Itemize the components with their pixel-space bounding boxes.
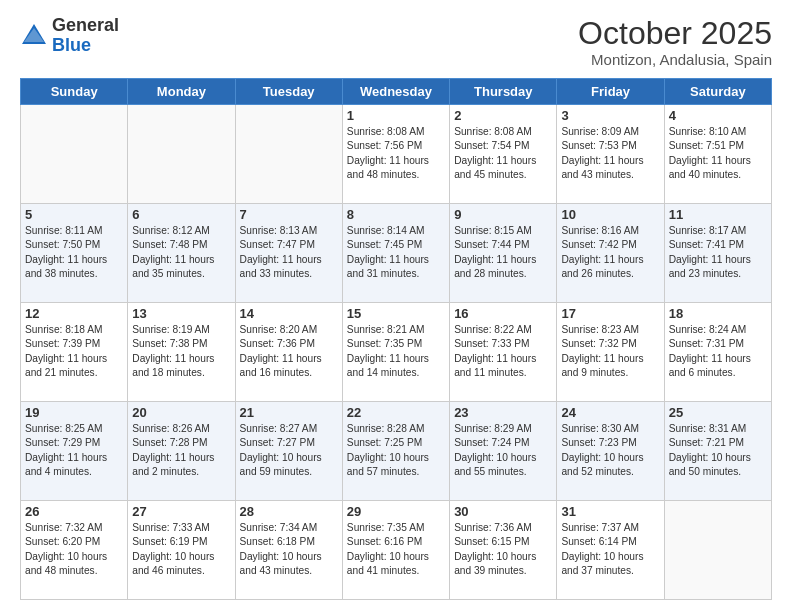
day-info: Sunrise: 8:15 AMSunset: 7:44 PMDaylight:… — [454, 224, 552, 281]
day-number: 2 — [454, 108, 552, 123]
day-info: Sunrise: 8:14 AMSunset: 7:45 PMDaylight:… — [347, 224, 445, 281]
calendar-day-10: 10Sunrise: 8:16 AMSunset: 7:42 PMDayligh… — [557, 204, 664, 303]
day-info: Sunrise: 8:24 AMSunset: 7:31 PMDaylight:… — [669, 323, 767, 380]
calendar-day-27: 27Sunrise: 7:33 AMSunset: 6:19 PMDayligh… — [128, 501, 235, 600]
day-number: 29 — [347, 504, 445, 519]
calendar-weekday-monday: Monday — [128, 79, 235, 105]
day-info: Sunrise: 8:08 AMSunset: 7:54 PMDaylight:… — [454, 125, 552, 182]
day-number: 28 — [240, 504, 338, 519]
calendar-empty-cell — [128, 105, 235, 204]
day-number: 31 — [561, 504, 659, 519]
calendar-day-21: 21Sunrise: 8:27 AMSunset: 7:27 PMDayligh… — [235, 402, 342, 501]
calendar-day-4: 4Sunrise: 8:10 AMSunset: 7:51 PMDaylight… — [664, 105, 771, 204]
day-info: Sunrise: 8:25 AMSunset: 7:29 PMDaylight:… — [25, 422, 123, 479]
calendar-day-19: 19Sunrise: 8:25 AMSunset: 7:29 PMDayligh… — [21, 402, 128, 501]
day-number: 14 — [240, 306, 338, 321]
calendar-day-29: 29Sunrise: 7:35 AMSunset: 6:16 PMDayligh… — [342, 501, 449, 600]
day-number: 4 — [669, 108, 767, 123]
day-info: Sunrise: 8:29 AMSunset: 7:24 PMDaylight:… — [454, 422, 552, 479]
day-info: Sunrise: 8:18 AMSunset: 7:39 PMDaylight:… — [25, 323, 123, 380]
day-info: Sunrise: 8:16 AMSunset: 7:42 PMDaylight:… — [561, 224, 659, 281]
calendar-week-row: 1Sunrise: 8:08 AMSunset: 7:56 PMDaylight… — [21, 105, 772, 204]
header: General Blue October 2025 Montizon, Anda… — [20, 16, 772, 68]
calendar-header-row: SundayMondayTuesdayWednesdayThursdayFrid… — [21, 79, 772, 105]
calendar-week-row: 5Sunrise: 8:11 AMSunset: 7:50 PMDaylight… — [21, 204, 772, 303]
calendar-weekday-friday: Friday — [557, 79, 664, 105]
day-number: 26 — [25, 504, 123, 519]
day-number: 17 — [561, 306, 659, 321]
day-number: 7 — [240, 207, 338, 222]
day-number: 12 — [25, 306, 123, 321]
day-number: 19 — [25, 405, 123, 420]
day-number: 1 — [347, 108, 445, 123]
calendar-day-15: 15Sunrise: 8:21 AMSunset: 7:35 PMDayligh… — [342, 303, 449, 402]
calendar-week-row: 12Sunrise: 8:18 AMSunset: 7:39 PMDayligh… — [21, 303, 772, 402]
calendar-week-row: 19Sunrise: 8:25 AMSunset: 7:29 PMDayligh… — [21, 402, 772, 501]
calendar-day-18: 18Sunrise: 8:24 AMSunset: 7:31 PMDayligh… — [664, 303, 771, 402]
day-info: Sunrise: 7:32 AMSunset: 6:20 PMDaylight:… — [25, 521, 123, 578]
calendar-day-6: 6Sunrise: 8:12 AMSunset: 7:48 PMDaylight… — [128, 204, 235, 303]
day-number: 24 — [561, 405, 659, 420]
calendar-day-30: 30Sunrise: 7:36 AMSunset: 6:15 PMDayligh… — [450, 501, 557, 600]
calendar-day-11: 11Sunrise: 8:17 AMSunset: 7:41 PMDayligh… — [664, 204, 771, 303]
calendar-day-26: 26Sunrise: 7:32 AMSunset: 6:20 PMDayligh… — [21, 501, 128, 600]
day-info: Sunrise: 8:20 AMSunset: 7:36 PMDaylight:… — [240, 323, 338, 380]
calendar-weekday-saturday: Saturday — [664, 79, 771, 105]
calendar-day-23: 23Sunrise: 8:29 AMSunset: 7:24 PMDayligh… — [450, 402, 557, 501]
day-info: Sunrise: 8:26 AMSunset: 7:28 PMDaylight:… — [132, 422, 230, 479]
day-info: Sunrise: 8:13 AMSunset: 7:47 PMDaylight:… — [240, 224, 338, 281]
calendar-empty-cell — [235, 105, 342, 204]
calendar-day-2: 2Sunrise: 8:08 AMSunset: 7:54 PMDaylight… — [450, 105, 557, 204]
title-block: October 2025 Montizon, Andalusia, Spain — [578, 16, 772, 68]
logo-general: General — [52, 15, 119, 35]
day-info: Sunrise: 8:11 AMSunset: 7:50 PMDaylight:… — [25, 224, 123, 281]
calendar-day-22: 22Sunrise: 8:28 AMSunset: 7:25 PMDayligh… — [342, 402, 449, 501]
day-info: Sunrise: 7:33 AMSunset: 6:19 PMDaylight:… — [132, 521, 230, 578]
day-number: 3 — [561, 108, 659, 123]
day-number: 8 — [347, 207, 445, 222]
day-info: Sunrise: 8:08 AMSunset: 7:56 PMDaylight:… — [347, 125, 445, 182]
calendar-weekday-sunday: Sunday — [21, 79, 128, 105]
day-info: Sunrise: 8:30 AMSunset: 7:23 PMDaylight:… — [561, 422, 659, 479]
day-info: Sunrise: 8:19 AMSunset: 7:38 PMDaylight:… — [132, 323, 230, 380]
calendar-empty-cell — [21, 105, 128, 204]
day-number: 25 — [669, 405, 767, 420]
calendar-day-7: 7Sunrise: 8:13 AMSunset: 7:47 PMDaylight… — [235, 204, 342, 303]
logo-text: General Blue — [52, 16, 119, 56]
day-number: 21 — [240, 405, 338, 420]
day-number: 10 — [561, 207, 659, 222]
day-info: Sunrise: 8:10 AMSunset: 7:51 PMDaylight:… — [669, 125, 767, 182]
day-number: 18 — [669, 306, 767, 321]
day-info: Sunrise: 8:27 AMSunset: 7:27 PMDaylight:… — [240, 422, 338, 479]
calendar-day-5: 5Sunrise: 8:11 AMSunset: 7:50 PMDaylight… — [21, 204, 128, 303]
day-info: Sunrise: 8:12 AMSunset: 7:48 PMDaylight:… — [132, 224, 230, 281]
day-number: 16 — [454, 306, 552, 321]
day-number: 6 — [132, 207, 230, 222]
calendar-day-31: 31Sunrise: 7:37 AMSunset: 6:14 PMDayligh… — [557, 501, 664, 600]
calendar-day-8: 8Sunrise: 8:14 AMSunset: 7:45 PMDaylight… — [342, 204, 449, 303]
calendar-weekday-wednesday: Wednesday — [342, 79, 449, 105]
day-info: Sunrise: 7:35 AMSunset: 6:16 PMDaylight:… — [347, 521, 445, 578]
calendar-day-28: 28Sunrise: 7:34 AMSunset: 6:18 PMDayligh… — [235, 501, 342, 600]
day-info: Sunrise: 8:22 AMSunset: 7:33 PMDaylight:… — [454, 323, 552, 380]
calendar-day-9: 9Sunrise: 8:15 AMSunset: 7:44 PMDaylight… — [450, 204, 557, 303]
day-number: 22 — [347, 405, 445, 420]
day-number: 13 — [132, 306, 230, 321]
svg-marker-1 — [24, 28, 44, 42]
calendar-day-1: 1Sunrise: 8:08 AMSunset: 7:56 PMDaylight… — [342, 105, 449, 204]
day-info: Sunrise: 8:31 AMSunset: 7:21 PMDaylight:… — [669, 422, 767, 479]
logo-icon — [20, 22, 48, 50]
logo: General Blue — [20, 16, 119, 56]
day-info: Sunrise: 8:09 AMSunset: 7:53 PMDaylight:… — [561, 125, 659, 182]
calendar-day-12: 12Sunrise: 8:18 AMSunset: 7:39 PMDayligh… — [21, 303, 128, 402]
calendar-day-17: 17Sunrise: 8:23 AMSunset: 7:32 PMDayligh… — [557, 303, 664, 402]
title-location: Montizon, Andalusia, Spain — [578, 51, 772, 68]
calendar-table: SundayMondayTuesdayWednesdayThursdayFrid… — [20, 78, 772, 600]
day-number: 9 — [454, 207, 552, 222]
calendar-day-20: 20Sunrise: 8:26 AMSunset: 7:28 PMDayligh… — [128, 402, 235, 501]
day-number: 15 — [347, 306, 445, 321]
day-number: 30 — [454, 504, 552, 519]
day-info: Sunrise: 7:34 AMSunset: 6:18 PMDaylight:… — [240, 521, 338, 578]
day-info: Sunrise: 7:36 AMSunset: 6:15 PMDaylight:… — [454, 521, 552, 578]
day-number: 27 — [132, 504, 230, 519]
